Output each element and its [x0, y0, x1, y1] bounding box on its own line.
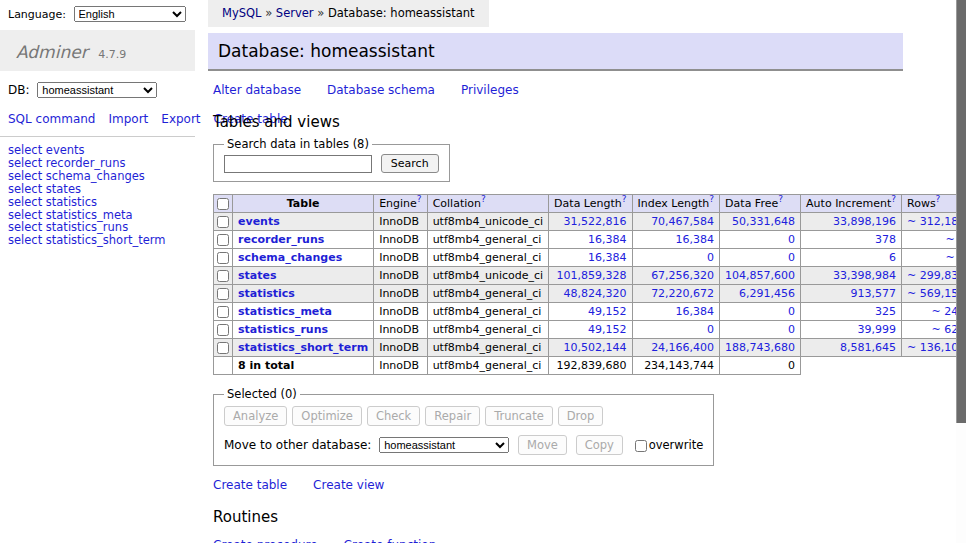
- data-free-link[interactable]: 188,743,680: [725, 341, 795, 354]
- row-checkbox[interactable]: [217, 342, 229, 354]
- row-checkbox[interactable]: [217, 324, 229, 336]
- bulk-optimize-button[interactable]: Optimize: [292, 406, 362, 426]
- column-help-link[interactable]: ?: [622, 194, 627, 204]
- index-length-link[interactable]: 70,467,584: [651, 215, 714, 228]
- data-free-link[interactable]: 104,857,600: [725, 269, 795, 282]
- routine-create-link[interactable]: Create procedure: [213, 538, 318, 543]
- table-name-link[interactable]: states: [238, 269, 277, 282]
- search-input[interactable]: [224, 155, 372, 173]
- overwrite-checkbox[interactable]: [635, 440, 647, 452]
- auto-increment-cell: 39,999: [801, 321, 902, 339]
- auto-increment-link[interactable]: 378: [875, 233, 896, 246]
- index-length-link[interactable]: 24,166,400: [651, 341, 714, 354]
- bulk-check-button[interactable]: Check: [367, 406, 420, 426]
- row-checkbox[interactable]: [217, 270, 229, 282]
- column-help-link-anchor[interactable]: ?: [481, 194, 486, 204]
- index-length-link[interactable]: 0: [707, 251, 714, 264]
- data-length-link[interactable]: 48,824,320: [564, 287, 627, 300]
- column-help-link[interactable]: ?: [891, 194, 896, 204]
- column-help-link[interactable]: ?: [417, 194, 422, 204]
- sidebar-table-select-link[interactable]: select states: [8, 183, 187, 196]
- data-length-link[interactable]: 49,152: [588, 305, 627, 318]
- table-name-link[interactable]: recorder_runs: [238, 233, 324, 246]
- column-help-link-anchor[interactable]: ?: [417, 194, 422, 204]
- sidebar-table-select-link[interactable]: select recorder_runs: [8, 157, 187, 170]
- bulk-drop-button[interactable]: Drop: [558, 406, 604, 426]
- column-help-link-anchor[interactable]: ?: [778, 194, 783, 204]
- db-action-link[interactable]: Privileges: [461, 83, 519, 97]
- sidebar-table-select-link[interactable]: select schema_changes: [8, 170, 187, 183]
- sidebar-table-select-link[interactable]: select statistics: [8, 196, 187, 209]
- db-action-link[interactable]: Database schema: [327, 83, 435, 97]
- auto-increment-cell: 6: [801, 249, 902, 267]
- column-help-link-anchor[interactable]: ?: [891, 194, 896, 204]
- row-checkbox[interactable]: [217, 252, 229, 264]
- column-help-link[interactable]: ?: [936, 194, 941, 204]
- move-button[interactable]: Move: [518, 435, 567, 455]
- language-select[interactable]: English: [74, 6, 186, 22]
- index-length-link[interactable]: 72,220,672: [651, 287, 714, 300]
- db-select[interactable]: homeassistant: [37, 82, 157, 98]
- data-free-link[interactable]: 50,331,648: [732, 215, 795, 228]
- select-all-checkbox[interactable]: [217, 198, 229, 210]
- create-link[interactable]: Create table: [213, 478, 287, 492]
- create-link[interactable]: Create view: [313, 478, 384, 492]
- data-length-link[interactable]: 16,384: [588, 251, 627, 264]
- data-free-link[interactable]: 0: [788, 323, 795, 336]
- total-data-length: 192,839,680: [549, 357, 632, 375]
- data-free-link[interactable]: 6,291,456: [739, 287, 795, 300]
- auto-increment-link[interactable]: 33,898,196: [833, 215, 896, 228]
- data-length-link[interactable]: 101,859,328: [557, 269, 627, 282]
- data-free-link[interactable]: 0: [788, 251, 795, 264]
- table-name-link[interactable]: statistics: [238, 287, 295, 300]
- search-button[interactable]: Search: [381, 154, 439, 173]
- table-name-link[interactable]: statistics_runs: [238, 323, 328, 336]
- row-checkbox[interactable]: [217, 234, 229, 246]
- column-help-link[interactable]: ?: [709, 194, 714, 204]
- auto-increment-link[interactable]: 6: [889, 251, 896, 264]
- collation-cell: utf8mb4_unicode_ci: [427, 213, 548, 231]
- bulk-analyze-button[interactable]: Analyze: [224, 406, 287, 426]
- column-help-link[interactable]: ?: [481, 194, 486, 204]
- collation-cell: utf8mb4_general_ci: [427, 249, 548, 267]
- index-length-link[interactable]: 67,256,320: [651, 269, 714, 282]
- bulk-truncate-button[interactable]: Truncate: [485, 406, 553, 426]
- row-checkbox[interactable]: [217, 216, 229, 228]
- sidebar-table-select-link[interactable]: select statistics_short_term: [8, 234, 187, 247]
- data-length-link[interactable]: 31,522,816: [564, 215, 627, 228]
- data-length-link[interactable]: 16,384: [588, 233, 627, 246]
- sidebar-menu-link[interactable]: SQL command: [8, 112, 95, 126]
- data-free-link[interactable]: 0: [788, 305, 795, 318]
- index-length-link[interactable]: 0: [707, 323, 714, 336]
- row-checkbox[interactable]: [217, 306, 229, 318]
- breadcrumb-link[interactable]: Server: [276, 6, 314, 20]
- copy-button[interactable]: Copy: [576, 435, 623, 455]
- scrollbar-thumb[interactable]: [956, 0, 966, 423]
- data-free-link[interactable]: 0: [788, 233, 795, 246]
- data-length-link[interactable]: 10,502,144: [564, 341, 627, 354]
- move-db-select[interactable]: homeassistant: [379, 437, 509, 453]
- column-help-link[interactable]: ?: [778, 194, 783, 204]
- index-length-link[interactable]: 16,384: [676, 233, 715, 246]
- table-name-link[interactable]: events: [238, 215, 280, 228]
- topbar: MySQL » Server » Database: homeassistant…: [195, 0, 966, 27]
- auto-increment-link[interactable]: 8,581,645: [840, 341, 896, 354]
- db-action-link[interactable]: Alter database: [213, 83, 301, 97]
- auto-increment-link[interactable]: 39,999: [858, 323, 897, 336]
- column-help-link-anchor[interactable]: ?: [622, 194, 627, 204]
- routine-create-link[interactable]: Create function: [344, 538, 437, 543]
- column-help-link-anchor[interactable]: ?: [709, 194, 714, 204]
- table-name-link[interactable]: statistics_short_term: [238, 341, 368, 354]
- bulk-repair-button[interactable]: Repair: [425, 406, 480, 426]
- sidebar-menu-link[interactable]: Import: [108, 112, 148, 126]
- breadcrumb-link[interactable]: MySQL: [222, 6, 262, 20]
- data-length-link[interactable]: 49,152: [588, 323, 627, 336]
- auto-increment-link[interactable]: 913,577: [851, 287, 897, 300]
- auto-increment-link[interactable]: 325: [875, 305, 896, 318]
- auto-increment-link[interactable]: 33,398,984: [833, 269, 896, 282]
- row-checkbox[interactable]: [217, 288, 229, 300]
- table-name-link[interactable]: schema_changes: [238, 251, 342, 264]
- table-name-link[interactable]: statistics_meta: [238, 305, 332, 318]
- column-help-link-anchor[interactable]: ?: [936, 194, 941, 204]
- index-length-link[interactable]: 16,384: [676, 305, 715, 318]
